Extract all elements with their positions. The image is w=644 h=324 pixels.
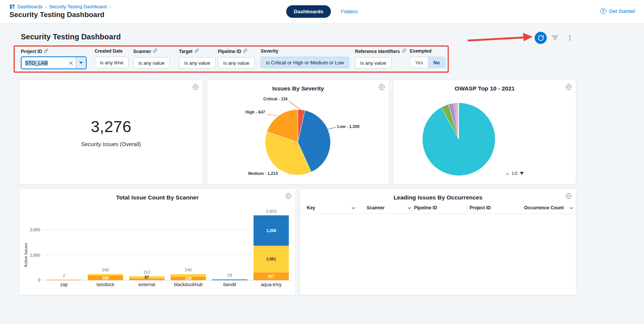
- exempted-no-option[interactable]: No: [428, 57, 445, 68]
- breadcrumb-current-link[interactable]: Security Testing Dashboard: [49, 4, 107, 9]
- severity-slice-Medium[interactable]: [265, 132, 311, 175]
- svg-text:twistlock: twistlock: [96, 282, 115, 287]
- filter-severity: Severity is Critical or High or Medium o…: [261, 48, 349, 68]
- bar-segment-external-orange[interactable]: [129, 279, 164, 280]
- column-header-scanner[interactable]: Scanner: [367, 205, 411, 210]
- severity-slice-Critical[interactable]: [298, 109, 305, 142]
- sort-chevron-icon[interactable]: [569, 205, 573, 210]
- scanner-filter-button[interactable]: is any value: [133, 57, 170, 69]
- bar-segment-aqua-trivy-blue[interactable]: [254, 215, 289, 246]
- svg-text:2,000: 2,000: [30, 227, 40, 232]
- table-header-row: Key Scanner Pipeline ID Project ID Occur…: [300, 203, 576, 214]
- svg-text:87: 87: [145, 275, 149, 279]
- owasp-slice-5[interactable]: [457, 103, 459, 139]
- refresh-button[interactable]: [535, 32, 547, 44]
- severity-slice-Low[interactable]: [298, 111, 330, 172]
- bar-segment-blackduckhub-orange[interactable]: [171, 277, 206, 280]
- owasp-slice-2[interactable]: [448, 103, 459, 139]
- globe-icon[interactable]: [565, 193, 572, 199]
- column-header-project-id[interactable]: Project ID: [470, 205, 491, 210]
- svg-text:Active Issues: Active Issues: [23, 243, 28, 267]
- header-tabs: Dashboards Folders: [286, 5, 358, 18]
- filter-scanner: Scanner is any value: [133, 48, 170, 69]
- svg-text:1,208: 1,208: [266, 229, 276, 233]
- link-icon: [153, 48, 157, 54]
- chart-title: OWASP Top 10 - 2021: [394, 85, 576, 92]
- owasp-slice-1[interactable]: [441, 104, 459, 139]
- annotation-arrow: [465, 30, 541, 46]
- reference-identifiers-filter-button[interactable]: is any value: [355, 57, 392, 69]
- filter-reference-identifiers: Reference Identifiers is any value: [355, 48, 406, 69]
- bar-segment-twistlock-yellow[interactable]: [88, 274, 123, 276]
- page-up-icon[interactable]: [506, 172, 509, 175]
- sort-chevron-icon[interactable]: [352, 205, 355, 210]
- owasp-slice-4[interactable]: [455, 103, 459, 139]
- overall-issues-value: 3,276: [19, 118, 203, 136]
- filter-target: Target is any value: [179, 48, 216, 69]
- svg-text:138: 138: [185, 276, 192, 280]
- pie-slice-label: High - 647: [246, 110, 265, 114]
- globe-icon[interactable]: [285, 193, 292, 199]
- get-started-link[interactable]: ? Get Started: [600, 8, 635, 14]
- clear-value-icon[interactable]: [66, 61, 76, 65]
- column-divider: [411, 206, 411, 212]
- column-header-pipeline-id[interactable]: Pipeline ID: [414, 205, 437, 210]
- project-id-value: STO_LAB: [25, 60, 48, 66]
- pie-slice-label: Critical - 116: [263, 97, 288, 101]
- dropdown-caret-button[interactable]: [76, 57, 86, 69]
- bar-segment-zap-orange[interactable]: [46, 280, 81, 280]
- target-filter-button[interactable]: is any value: [179, 57, 216, 69]
- globe-icon[interactable]: [192, 84, 199, 90]
- dashboards-grid-icon: [10, 5, 14, 9]
- pipeline-id-filter-button[interactable]: is any value: [218, 57, 255, 69]
- bar-segment-aqua-trivy-yellow[interactable]: [254, 246, 289, 273]
- card-total-issue-count-by-scanner: Total Issue Count By Scanner 01,0002,000…: [19, 188, 296, 295]
- filter-exempted: Exempted Yes No: [410, 48, 445, 68]
- page-down-icon[interactable]: [520, 172, 524, 175]
- bar-segment-external-yellow[interactable]: [129, 276, 164, 279]
- svg-text:2,603: 2,603: [266, 209, 277, 213]
- filter-pipeline-id: Pipeline ID is any value: [218, 48, 255, 69]
- dashboard-filters-button[interactable]: [550, 33, 560, 42]
- globe-icon[interactable]: [565, 84, 572, 90]
- bar-segment-aqua-trivy-orange[interactable]: [254, 273, 289, 280]
- severity-slice-High[interactable]: [267, 109, 298, 142]
- column-label: Project ID: [470, 205, 491, 210]
- breadcrumb-dashboards-link[interactable]: Dashboards: [17, 4, 43, 9]
- svg-text:157: 157: [143, 270, 151, 274]
- dashboard-menu-button[interactable]: [566, 33, 574, 42]
- help-question-icon: ?: [600, 8, 606, 14]
- tab-folders[interactable]: Folders: [341, 9, 358, 14]
- owasp-top-10-pie-chart: [394, 80, 576, 184]
- owasp-slice-3[interactable]: [453, 103, 459, 139]
- tab-dashboards[interactable]: Dashboards: [286, 5, 331, 18]
- chart-title: Issues By Severity: [207, 85, 389, 92]
- bar-segment-bandit-blue[interactable]: [212, 279, 247, 280]
- get-started-label: Get Started: [609, 8, 635, 14]
- filter-label: Exempted: [410, 48, 431, 54]
- svg-text:240: 240: [185, 268, 192, 272]
- column-header-key[interactable]: Key: [307, 205, 355, 210]
- column-label: Scanner: [367, 205, 384, 210]
- issues-by-severity-pie-chart: Critical - 116Low - 1,300Medium - 1,213H…: [207, 80, 389, 184]
- chevron-down-icon: [79, 62, 83, 64]
- table-title: Leading Issues By Occurrences: [300, 194, 576, 201]
- breadcrumb-separator-icon: ›: [109, 4, 110, 9]
- svg-text:307: 307: [268, 274, 275, 279]
- svg-text:245: 245: [102, 268, 109, 272]
- bar-segment-twistlock-orange[interactable]: [88, 276, 123, 280]
- globe-icon[interactable]: [378, 84, 385, 90]
- filter-label: Reference Identifiers: [355, 49, 400, 54]
- column-header-occurrence-count[interactable]: Occurrence Count: [524, 205, 573, 210]
- exempted-yes-option[interactable]: Yes: [410, 57, 428, 68]
- bar-segment-blackduckhub-yellow[interactable]: [171, 274, 206, 277]
- created-date-filter-button[interactable]: is any time: [95, 57, 129, 68]
- filter-label: Severity: [261, 48, 278, 54]
- owasp-pagination: 1/2: [506, 171, 524, 176]
- filter-label: Project ID: [21, 49, 42, 54]
- owasp-slice-0[interactable]: [422, 103, 495, 176]
- security-testing-dashboard-page: Dashboards › Security Testing Dashboard …: [0, 0, 644, 324]
- svg-text:external: external: [138, 282, 155, 287]
- severity-filter-button[interactable]: is Critical or High or Medium or Low: [261, 57, 349, 68]
- project-id-filter-input[interactable]: STO_LAB: [21, 56, 87, 69]
